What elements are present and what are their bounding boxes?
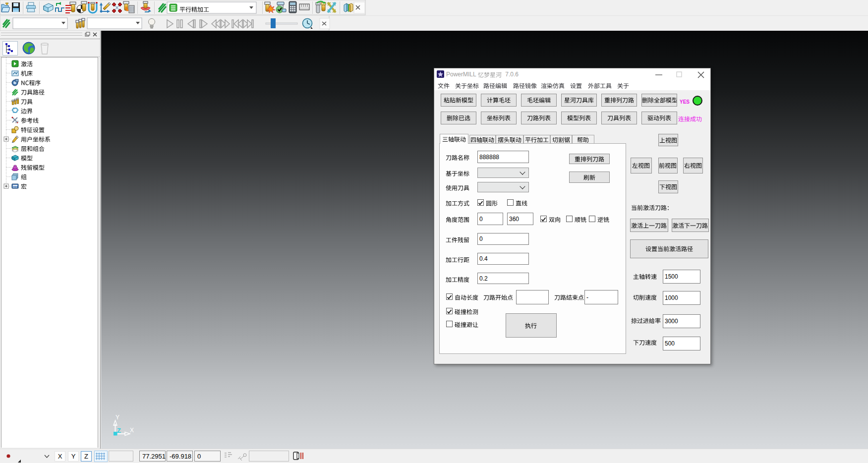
svg-text:Y: Y [116, 414, 119, 421]
svg-text:X: X [130, 427, 134, 434]
svg-text:Z: Z [117, 427, 121, 434]
